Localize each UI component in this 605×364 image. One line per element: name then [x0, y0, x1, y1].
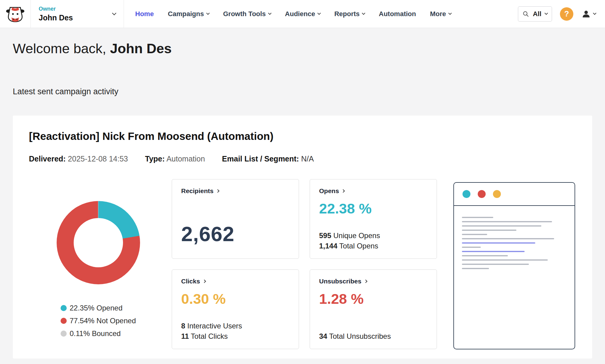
nav-item-growth-tools[interactable]: Growth Tools [216, 0, 278, 28]
donut-chart [57, 201, 140, 284]
recipients-value: 2,662 [181, 222, 290, 246]
stat-title: Opens [319, 187, 339, 195]
account-switcher[interactable]: Owner John Des [31, 0, 124, 28]
cow-logo-icon [6, 5, 24, 23]
stat-title: Unsubscribes [319, 278, 361, 285]
moosend-logo[interactable] [0, 0, 31, 28]
meta-delivered: Delivered: 2025-12-08 14:53 [29, 154, 128, 163]
clicks-card: Clicks 0.30 % 8 Interactive Users 11 Tot… [172, 269, 299, 349]
preview-text-line [462, 268, 489, 269]
legend-item-opened: 22.35% Opened [61, 304, 136, 312]
legend-dot-bounced [61, 331, 67, 337]
preview-link-line [462, 251, 525, 252]
legend-label: 77.54% Not Opened [70, 317, 136, 325]
opens-card: Opens 22.38 % 595 Unique Opens 1,144 Tot… [310, 179, 437, 259]
stat-title: Recipients [181, 187, 213, 195]
latest-campaign-card: [Reactivation] Nick From Moosend (Automa… [13, 116, 592, 359]
preview-link-line [462, 242, 535, 244]
chevron-down-icon [448, 11, 452, 15]
welcome-prefix: Welcome back, [13, 41, 106, 56]
preview-text-line [462, 234, 487, 235]
main-nav: Home Campaigns Growth Tools Audience Rep… [128, 0, 458, 28]
nav-label: Audience [285, 10, 315, 18]
chevron-down-icon [593, 11, 596, 15]
browser-dot-amber-icon [493, 190, 501, 198]
stats-grid: Recipients 2,662 Opens 22.38 % 595 Uniqu… [172, 179, 437, 349]
campaign-meta: Delivered: 2025-12-08 14:53 Type: Automa… [29, 154, 592, 163]
navbar-right: All ? [518, 0, 605, 28]
chart-legend: 22.35% Opened 77.54% Not Opened 0.11% Bo… [61, 304, 136, 338]
meta-value: Automation [167, 154, 205, 163]
nav-item-reports[interactable]: Reports [327, 0, 372, 28]
meta-label: Type: [145, 154, 165, 163]
chevron-down-icon [544, 11, 548, 15]
legend-item-not-opened: 77.54% Not Opened [61, 317, 136, 325]
stat-title: Clicks [181, 278, 200, 285]
meta-value: N/A [301, 154, 314, 163]
email-preview-thumbnail[interactable] [453, 182, 575, 349]
preview-text-line [462, 221, 552, 222]
meta-value: 2025-12-08 14:53 [68, 154, 128, 163]
preview-text-line [462, 238, 554, 239]
clicks-percent: 0.30 % [181, 290, 290, 307]
search-control[interactable]: All [518, 6, 552, 22]
search-icon [522, 11, 529, 17]
preview-text-line [462, 225, 541, 227]
preview-text-line [462, 247, 481, 248]
nav-item-automation[interactable]: Automation [372, 0, 423, 28]
chevron-right-icon [202, 279, 206, 283]
browser-dot-red-icon [478, 190, 486, 198]
chevron-down-icon [112, 11, 116, 15]
total-clicks: 11 Total Clicks [181, 332, 290, 341]
section-title: Latest sent campaign activity [13, 87, 592, 96]
legend-label: 0.11% Bounced [70, 329, 121, 338]
opens-percent: 22.38 % [319, 200, 427, 217]
preview-text-line [462, 230, 516, 231]
nav-label: Campaigns [168, 10, 204, 18]
nav-label: Home [135, 10, 154, 18]
user-icon [581, 9, 591, 19]
unsubscribes-details: 34 Total Unsubscribes [319, 332, 427, 341]
meta-email-list: Email List / Segment: N/A [222, 154, 314, 163]
search-scope-selector[interactable]: All [533, 10, 541, 18]
clicks-details: 8 Interactive Users 11 Total Clicks [181, 321, 290, 341]
total-opens: 1,144 Total Opens [319, 241, 427, 251]
account-menu[interactable] [581, 9, 596, 19]
legend-dot-not-opened [61, 318, 67, 324]
page-title: Welcome back, John Des [13, 41, 592, 57]
engagement-chart-column: 22.35% Opened 77.54% Not Opened 0.11% Bo… [29, 179, 167, 349]
clicks-link[interactable]: Clicks [181, 278, 290, 285]
chevron-down-icon [362, 11, 365, 15]
chevron-right-icon [342, 189, 345, 192]
help-button[interactable]: ? [560, 7, 573, 21]
total-unsubscribes: 34 Total Unsubscribes [319, 332, 427, 341]
nav-label: More [430, 10, 446, 18]
nav-item-audience[interactable]: Audience [278, 0, 327, 28]
legend-item-bounced: 0.11% Bounced [61, 329, 136, 338]
chevron-right-icon [216, 189, 220, 192]
chevron-down-icon [317, 11, 321, 15]
unsubscribes-percent: 1.28 % [319, 290, 427, 307]
preview-text-line [462, 259, 548, 261]
nav-item-campaigns[interactable]: Campaigns [161, 0, 216, 28]
nav-label: Growth Tools [223, 10, 266, 18]
nav-label: Automation [379, 10, 416, 18]
preview-text-line [462, 264, 529, 265]
meta-label: Email List / Segment: [222, 154, 299, 163]
legend-label: 22.35% Opened [70, 304, 122, 312]
nav-item-more[interactable]: More [423, 0, 458, 28]
preview-text-line [462, 217, 493, 218]
welcome-user-name: John Des [110, 41, 172, 56]
opens-details: 595 Unique Opens 1,144 Total Opens [319, 231, 427, 251]
opens-link[interactable]: Opens [319, 187, 427, 195]
nav-label: Reports [334, 10, 360, 18]
legend-dot-opened [61, 305, 67, 311]
chevron-down-icon [206, 11, 209, 15]
chevron-right-icon [364, 279, 367, 283]
unsubscribes-link[interactable]: Unsubscribes [319, 278, 427, 285]
unique-opens: 595 Unique Opens [319, 231, 427, 240]
preview-email-content [454, 206, 575, 349]
nav-item-home[interactable]: Home [128, 0, 161, 28]
recipients-link[interactable]: Recipients [181, 187, 290, 195]
preview-browser-bar [454, 183, 575, 206]
